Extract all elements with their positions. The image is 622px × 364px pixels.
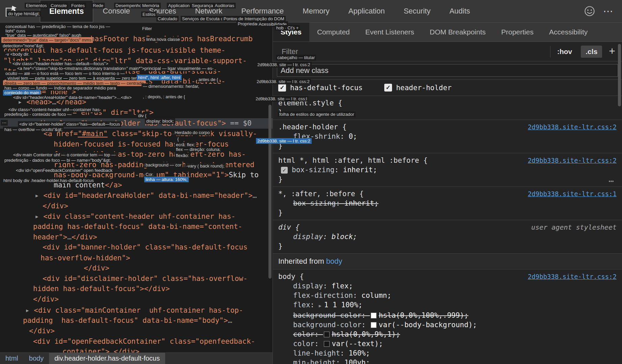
tab-security[interactable]: Security [394, 0, 440, 22]
dom-tree-line[interactable]: padding has-default-focus" data-bi-name=… [23, 316, 232, 325]
dom-tree-line[interactable]: has-body-background-medium" tabindex="1"… [54, 171, 259, 179]
style-rule: .header-holder {2d9bb338.site-ltr.css:2f… [273, 120, 622, 153]
sidebar-tab-event-listeners[interactable]: Event Listeners [358, 23, 422, 42]
property-checkbox[interactable]: ✓ [281, 167, 288, 174]
dom-tree-line[interactable]: ▸ <div id="headerAreaHolder" data-bi-nam… [35, 191, 257, 200]
css-property[interactable]: flex: ▶1 1 100%; [278, 300, 617, 311]
breadcrumb: htmlbodydiv.header-holder.has-default-fo… [0, 353, 273, 364]
tab-application[interactable]: Application [339, 0, 394, 22]
expand-arrow-icon[interactable]: ▶ [319, 303, 321, 308]
sidebar-tab-accessibility[interactable]: Accessibility [541, 23, 595, 42]
tab-sources[interactable]: Sources [139, 0, 186, 22]
feedback-smiley-icon[interactable] [584, 5, 596, 17]
dom-tree-line[interactable]: ▸ <div class="content-header uhf-contain… [35, 212, 235, 221]
add-class-input[interactable] [277, 64, 618, 77]
dom-tree-line[interactable]: "true" data-authenticated="false" data-a… [3, 67, 221, 76]
breadcrumb-item-body[interactable]: body [24, 353, 49, 364]
css-property[interactable]: line-height: 160%; [278, 348, 617, 358]
rule-closing-brace: } [278, 141, 617, 151]
sidebar-tab-styles[interactable]: Styles [273, 23, 309, 42]
toggle-element-state-button[interactable]: :hov [552, 48, 577, 56]
inherited-body-link[interactable]: body [326, 257, 342, 265]
stylesheet-link[interactable]: 2d9bb338.site-ltr.css:2 [528, 272, 617, 281]
class-toggle-label: has-default-focus [290, 84, 363, 92]
tab-console[interactable]: Console [93, 0, 139, 22]
dom-tree-line[interactable]: <body lang="en-us" dir="ltr"> [30, 108, 154, 117]
dom-tree-line[interactable]: conceptual has-default-focus js-focus-vi… [3, 46, 225, 55]
dom-tree-line[interactable]: hidden has-default-focus"></div> [33, 285, 170, 293]
dom-tree-line[interactable]: determined="true" data-target="docs" dat… [3, 77, 225, 86]
breadcrumb-item-div-header-holder-has-default-focus[interactable]: div.header-holder.has-default-focus [49, 353, 165, 364]
breadcrumb-item-html[interactable]: html [0, 353, 24, 364]
dom-tree-line[interactable]: ="hasHeader hasFooter hasPageActions has… [39, 35, 253, 43]
dom-tree-line[interactable]: ▸ <div class="mainContainer uhf-containe… [25, 306, 243, 315]
dom-tree-line[interactable]: padding has-default-focus" data-bi-name=… [33, 223, 242, 231]
stylesheet-link[interactable]: 2d9bb338.site-ltr.css:2 [528, 156, 617, 165]
tab-performance[interactable]: Performance [232, 0, 293, 22]
styles-sidebar: StylesComputedEvent ListenersDOM Breakpo… [273, 23, 622, 364]
toolbar-menu-icon[interactable]: ⋯ [600, 6, 616, 16]
dom-tree-line[interactable]: <div id="disclaimer-holder" class="has-o… [43, 275, 248, 283]
stylesheet-link[interactable]: 2d9bb338.site-ltr.css:1 [528, 189, 617, 199]
dom-code-segment: hidden-focused is-focused has-inner-focu… [54, 140, 229, 148]
color-swatch[interactable] [324, 341, 330, 347]
dom-code-segment: </div> [43, 202, 68, 210]
sidebar-tab-dom-breakpoints[interactable]: DOM Breakpoints [422, 23, 494, 42]
dom-tree-line[interactable]: </div> [84, 264, 109, 272]
dom-tree-line[interactable]: container">…</div> [62, 347, 139, 353]
tab-memory[interactable]: Memory [293, 0, 339, 22]
elements-scrollbar-thumb[interactable] [268, 105, 271, 279]
css-property[interactable]: box-sizing: inherit; [278, 199, 617, 208]
class-checkbox-has-default-focus[interactable]: ✓ [278, 84, 286, 92]
class-checkbox-header-holder[interactable]: ✓ [384, 84, 392, 92]
dom-tree-line[interactable]: main content</a> [54, 181, 122, 189]
property-value: var(--body-background); [379, 321, 477, 329]
css-property[interactable]: min-height: 100vh; [278, 358, 617, 364]
dom-tree-line[interactable]: hidden-focused is-focused has-inner-focu… [54, 140, 229, 149]
dom-tree-line[interactable]: </div> [43, 202, 68, 210]
sidebar-tab-computed[interactable]: Computed [309, 23, 358, 42]
dom-tree-line[interactable]: "light" lang="en-us" dir="ltr" data-css-… [3, 57, 247, 65]
dom-tree-line[interactable]: <div id="banner-holder" class="has-defau… [43, 243, 248, 252]
sidebar-tab-properties[interactable]: Properties [493, 23, 541, 42]
dom-tree-line[interactable]: <div class="header-holder has-default-fo… [34, 119, 252, 128]
dom-tree-line[interactable]: focus-visible has-top-zero has-left-zero… [54, 150, 246, 159]
dom-tree-line[interactable]: right-zero has-padding-medium has-text-c… [54, 161, 254, 169]
dom-tree-line[interactable]: <a href="#main" class="skip-to-main-link… [44, 130, 257, 138]
property-value: 1 1 100%; [324, 301, 363, 309]
css-property[interactable]: flex-direction: column; [278, 291, 617, 300]
element-classes-button[interactable]: .cls [581, 46, 602, 58]
elements-tree: ="hasHeader hasFooter hasPageActions has… [0, 0, 273, 353]
css-property[interactable]: background-color: var(--body-background)… [278, 320, 617, 330]
tab-network[interactable]: Network [186, 0, 232, 22]
color-swatch[interactable] [371, 322, 377, 328]
dom-tree-line[interactable]: header">…</div> [33, 233, 97, 241]
css-property[interactable]: color: hsla(0,0%,9%,1); [278, 330, 617, 339]
tab-audits[interactable]: Audits [440, 0, 480, 22]
dom-tree-line[interactable]: </div> [29, 327, 55, 335]
dom-tree-line[interactable]: ▸ <head>…</head> [18, 98, 86, 106]
css-property[interactable]: ✓box-sizing: inherit; [278, 165, 617, 175]
property-name: flex-direction [293, 291, 353, 300]
dom-tree-line[interactable]: detection="none"> [3, 88, 76, 96]
styles-scrollbar-thumb[interactable] [618, 44, 621, 106]
color-swatch[interactable] [324, 332, 330, 337]
dom-tree-line[interactable]: has-overflow-hidden"> [41, 254, 130, 262]
dom-code-segment: </div> [84, 264, 109, 272]
css-property[interactable]: display: flex; [278, 281, 617, 291]
inspect-icon[interactable] [0, 0, 22, 22]
dom-tree-line[interactable]: </div> [33, 295, 59, 304]
stylesheet-link[interactable]: 2d9bb338.site-ltr.css:2 [528, 122, 617, 132]
css-property[interactable]: color: var(--text); [278, 339, 617, 348]
dom-tree-line[interactable]: <div id="openFeedbackContainer" class="o… [33, 337, 255, 346]
color-swatch[interactable] [371, 313, 377, 318]
dom-code-segment: header"> [33, 233, 67, 241]
styles-filter-input[interactable] [273, 47, 549, 56]
css-property[interactable]: flex-shrink: 0; [278, 132, 617, 141]
css-property[interactable]: display: block; [278, 232, 617, 241]
css-property[interactable]: background-color: hsla(0,0%,100%,.999); [278, 311, 617, 320]
inherited-from-label: Inherited from [278, 257, 326, 265]
rule-overflow-menu-icon[interactable]: ⋯ [608, 176, 615, 186]
tab-elements[interactable]: Elements [40, 0, 93, 22]
dom-code-segment: <div id="disclaimer-holder" class="has-o… [43, 275, 248, 283]
